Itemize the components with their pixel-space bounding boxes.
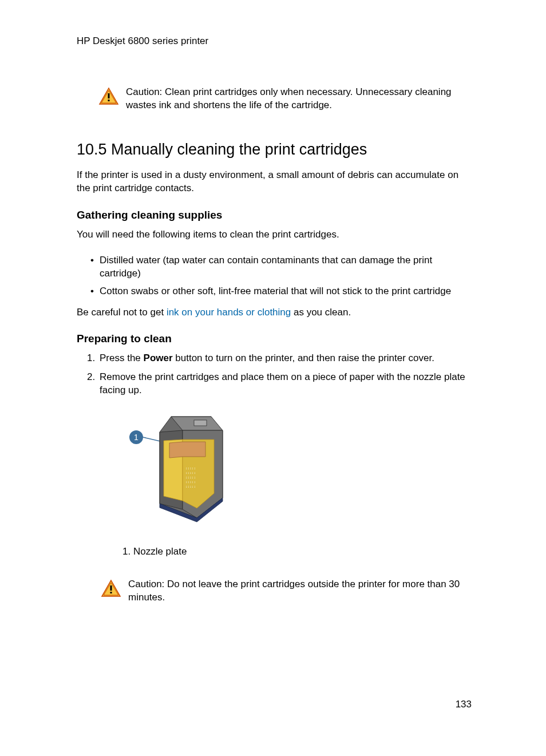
svg-rect-12 <box>110 592 112 593</box>
section-heading: 10.5 Manually cleaning the print cartrid… <box>77 141 472 159</box>
section-intro: If the printer is used in a dusty enviro… <box>77 169 472 195</box>
svg-rect-5 <box>194 420 207 426</box>
page-number: 133 <box>456 699 472 710</box>
caution-text-2: Caution: Do not leave the print cartridg… <box>128 578 472 604</box>
caution-label-1: Caution: <box>126 86 165 97</box>
caution-box-2: Caution: Do not leave the print cartridg… <box>77 578 472 604</box>
list-item: Distilled water (tap water can contain c… <box>100 254 472 280</box>
footer-prefix: Be careful not to get <box>77 307 167 318</box>
svg-rect-11 <box>110 585 112 591</box>
warning-icon <box>101 579 121 597</box>
caution-box-1: Caution: Clean print cartridges only whe… <box>77 86 472 112</box>
subsection1-intro: You will need the following items to cle… <box>77 228 472 242</box>
svg-text:1: 1 <box>134 433 139 442</box>
step1-bold: Power <box>144 353 173 363</box>
supplies-list: Distilled water (tap water can contain c… <box>77 254 472 298</box>
caution-body-1: Clean print cartridges only when necessa… <box>126 86 452 110</box>
figure-caption: 1. Nozzle plate <box>77 546 472 557</box>
caution-body-2: Do not leave the print cartridges outsid… <box>128 579 460 603</box>
list-item: Remove the print cartridges and place th… <box>100 371 472 397</box>
preparing-steps: Press the Power button to turn on the pr… <box>77 352 472 397</box>
caution-label-2: Caution: <box>128 579 167 589</box>
document-header: HP Deskjet 6800 series printer <box>77 35 472 47</box>
step1-prefix: Press the <box>100 353 144 363</box>
subsection1-footer: Be careful not to get ink on your hands … <box>77 306 472 319</box>
caution-text-1: Caution: Clean print cartridges only whe… <box>126 86 472 112</box>
svg-text::::::: ::::: <box>185 484 196 488</box>
footer-suffix: as you clean. <box>291 307 351 318</box>
list-item: Press the Power button to turn on the pr… <box>100 352 472 365</box>
cartridge-figure: 1 ::::: ::::: ::::: ::::: <box>77 412 472 529</box>
cartridge-image: 1 ::::: ::::: ::::: ::::: <box>128 412 237 527</box>
ink-warning-link[interactable]: ink on your hands or clothing <box>167 307 291 318</box>
subsection2-heading: Preparing to clean <box>77 333 472 345</box>
svg-rect-1 <box>108 100 110 101</box>
svg-text::::::: ::::: <box>185 475 196 479</box>
subsection1-heading: Gathering cleaning supplies <box>77 209 472 221</box>
list-item: Cotton swabs or other soft, lint-free ma… <box>100 285 472 298</box>
svg-text::::::: ::::: <box>185 466 196 470</box>
warning-icon <box>98 87 119 105</box>
svg-rect-0 <box>108 93 110 98</box>
step1-suffix: button to turn on the printer, and then … <box>173 353 434 363</box>
svg-text::::::: ::::: <box>185 480 196 484</box>
svg-text::::::: ::::: <box>185 470 196 474</box>
